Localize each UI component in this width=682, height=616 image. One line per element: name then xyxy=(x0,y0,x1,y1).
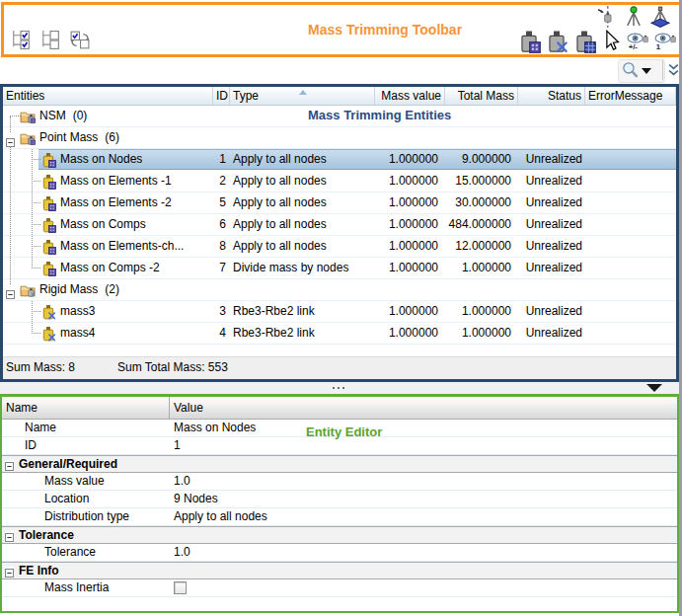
cell-type: Apply to all nodes xyxy=(230,214,375,235)
column-header-id[interactable]: ID xyxy=(213,87,230,105)
collapse-section-icon[interactable] xyxy=(5,531,14,540)
cell-entities: Mass on Elements -1 xyxy=(3,171,213,192)
sum-mass-label: Sum Mass: 8 xyxy=(6,360,75,374)
cell-type: Apply to all nodes xyxy=(230,149,375,170)
show-single-mass-icon[interactable]: 1 xyxy=(653,30,677,50)
mass-inertia-checkbox[interactable] xyxy=(174,581,187,594)
prop-name: Location xyxy=(2,491,170,507)
column-header-entities[interactable]: Entities xyxy=(3,87,213,105)
row-indent: Rigid Mass(2) xyxy=(20,279,119,300)
search-button[interactable] xyxy=(618,59,665,83)
row-indent: mass4 xyxy=(40,323,95,344)
mass-trimming-window: Mass Trimming Toolbar +/-1 EntitiesIDTyp… xyxy=(0,0,682,616)
editor-header-row: NameValue xyxy=(2,397,677,420)
cell-type: Rbe3-Rbe2 link xyxy=(230,301,375,322)
prop-distribution-type: Distribution typeApply to all nodes xyxy=(2,508,677,526)
cell-status: Unrealized xyxy=(518,149,585,170)
row-rigid-mass[interactable]: Rigid Mass(2) xyxy=(3,279,676,301)
row-mass-on-nodes[interactable]: Mass on Nodes1Apply to all nodes1.000000… xyxy=(3,149,676,171)
cell-entities: Mass on Comps xyxy=(3,214,213,235)
prop-location: Location9 Nodes xyxy=(2,491,677,508)
column-header-label: ErrorMessage xyxy=(588,89,662,103)
cell-error-message xyxy=(585,106,676,126)
row-mass3[interactable]: mass33Rbe3-Rbe2 link1.0000001.000000Unre… xyxy=(3,301,676,323)
filter-bar xyxy=(0,57,679,84)
column-header-label: Mass value xyxy=(381,89,441,103)
cell-status: Unrealized xyxy=(518,236,585,257)
row-mass-on-elements-ch[interactable]: Mass on Elements-ch...8Apply to all node… xyxy=(3,236,676,258)
toolbar-review-group xyxy=(596,6,671,28)
row-point-mass[interactable]: Point Mass(6) xyxy=(3,127,676,149)
collapse-arrow-icon[interactable] xyxy=(646,384,662,392)
expander-icon[interactable] xyxy=(6,133,15,142)
cell-mass-value: 1.000000 xyxy=(375,149,445,170)
cell-status: Unrealized xyxy=(518,301,585,322)
show-hide-mass-icon[interactable]: +/- xyxy=(626,30,649,50)
toolbar-title: Mass Trimming Toolbar xyxy=(308,22,462,38)
prop-value[interactable]: 1.0 xyxy=(170,544,677,561)
svg-text:+/-: +/- xyxy=(629,42,639,50)
prop-value[interactable]: 1.0 xyxy=(170,473,677,490)
prop-value[interactable]: 9 Nodes xyxy=(170,491,677,507)
row-mass-on-elements-1[interactable]: Mass on Elements -12Apply to all nodes1.… xyxy=(3,171,676,192)
section-general-required[interactable]: General/Required xyxy=(2,455,677,473)
cell-id: 3 xyxy=(213,301,230,322)
row-label: NSM xyxy=(39,106,66,126)
search-dropdown-arrow[interactable] xyxy=(642,68,651,74)
editor-heading-overlay: Entity Editor xyxy=(306,424,382,439)
cell-status: Unrealized xyxy=(518,192,585,213)
prop-value[interactable]: Mass on Nodes xyxy=(170,420,677,436)
reverse-check-icon[interactable] xyxy=(70,31,90,49)
mass-position-icon[interactable] xyxy=(596,6,618,28)
tripod-base-icon[interactable] xyxy=(649,6,671,28)
mesh-mass-icon[interactable] xyxy=(572,30,596,53)
cell-total-mass xyxy=(445,279,518,300)
row-mass4[interactable]: mass44Rbe3-Rbe2 link1.0000001.000000Unre… xyxy=(3,323,676,345)
section-fe-info[interactable]: FE Info xyxy=(2,562,677,579)
prop-name: Tolerance xyxy=(2,544,170,561)
cell-type: Rbe3-Rbe2 link xyxy=(230,323,375,344)
row-count: (2) xyxy=(105,279,119,300)
uncheck-all-icon[interactable] xyxy=(40,31,60,49)
create-mass-icon[interactable] xyxy=(517,30,541,53)
section-tolerance[interactable]: Tolerance xyxy=(2,526,677,544)
row-indent: Mass on Elements -2 xyxy=(40,192,172,213)
row-mass-on-elements-2[interactable]: Mass on Elements -25Apply to all nodes1.… xyxy=(3,192,676,214)
prop-value[interactable]: Apply to all nodes xyxy=(170,508,677,525)
cell-status: Unrealized xyxy=(518,323,585,344)
column-header-label: Entities xyxy=(6,89,44,103)
row-mass-on-comps-2[interactable]: Mass on Comps -27Divide mass by nodes1.0… xyxy=(3,258,676,279)
splitter-handle[interactable] xyxy=(0,382,679,394)
entities-header-row: EntitiesIDTypeMass valueTotal MassStatus… xyxy=(3,87,676,106)
tripod-green-icon[interactable] xyxy=(623,6,644,28)
collapse-section-icon[interactable] xyxy=(5,567,14,576)
point-mass-icon xyxy=(40,239,56,255)
cell-error-message xyxy=(585,192,676,213)
cell-id: 6 xyxy=(213,214,230,235)
point-mass-icon xyxy=(40,195,56,211)
column-header-type[interactable]: Type xyxy=(230,87,375,105)
column-header-errormessage[interactable]: ErrorMessage xyxy=(585,87,676,105)
check-all-icon[interactable] xyxy=(11,31,31,49)
point-mass-folder-icon xyxy=(20,130,36,146)
prop-value[interactable] xyxy=(170,579,677,596)
cell-error-message xyxy=(585,236,676,257)
rigid-mass-folder-icon xyxy=(20,282,36,298)
delete-mass-icon[interactable] xyxy=(545,30,568,53)
prop-value[interactable]: 1 xyxy=(170,437,677,454)
toolbar-check-group xyxy=(11,31,90,49)
column-header-label: Type xyxy=(233,89,259,103)
column-header-mass-value[interactable]: Mass value xyxy=(375,87,445,105)
row-label: Rigid Mass xyxy=(39,279,98,300)
collapse-section-icon[interactable] xyxy=(5,460,14,469)
column-header-status[interactable]: Status xyxy=(518,87,585,105)
cell-status: Unrealized xyxy=(518,214,585,235)
expander-icon[interactable] xyxy=(6,285,15,294)
cell-status xyxy=(518,106,585,126)
column-header-total-mass[interactable]: Total Mass xyxy=(445,87,518,105)
cell-total-mass xyxy=(445,127,518,148)
cell-id: 4 xyxy=(213,323,230,344)
row-label: Mass on Elements-ch... xyxy=(60,236,184,257)
row-mass-on-comps[interactable]: Mass on Comps6Apply to all nodes1.000000… xyxy=(3,214,676,236)
cursor-icon[interactable] xyxy=(600,30,622,51)
